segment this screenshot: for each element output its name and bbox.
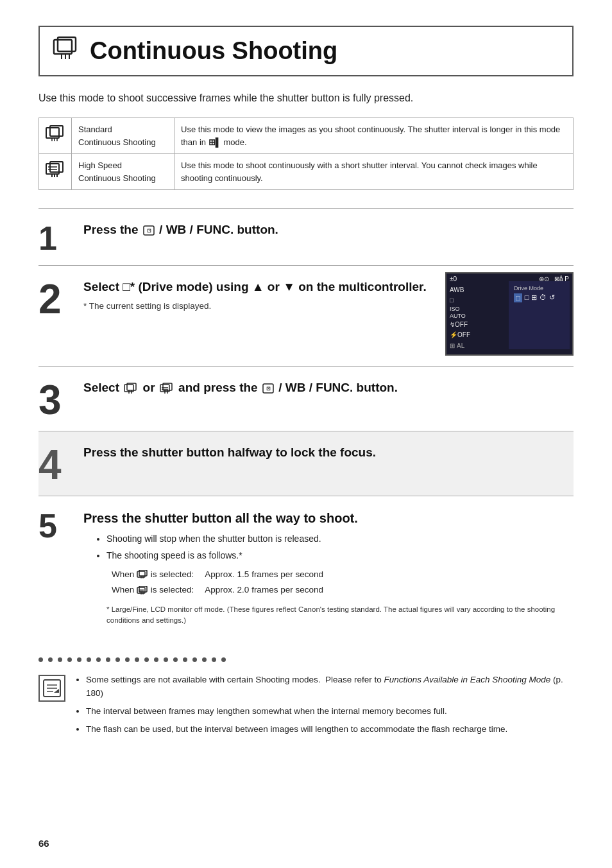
page-container: Continuous Shooting Use this mode to sho… xyxy=(0,0,612,868)
exposure-value: ±0 xyxy=(450,275,457,282)
drive-mode-icons: □ □ ⊞ ⏱ ↺ xyxy=(514,293,565,302)
dot xyxy=(125,657,130,662)
dot xyxy=(192,657,197,662)
step-1: 1 Press the ⊡ / WB / FUNC. button. xyxy=(38,208,574,265)
dot xyxy=(154,657,158,662)
note-italic-ref: Functions Available in Each Shooting Mod… xyxy=(384,675,551,684)
dot xyxy=(38,657,43,662)
camera-screen: ±0 ⊛⊙ ⊠å P AWB □ ISOAUTO ↯OFF ⚡OFF Drive… xyxy=(445,272,574,356)
note-2: The interval between frames may lengthen… xyxy=(86,705,574,718)
note-1: Some settings are not available with cer… xyxy=(86,673,574,700)
step-number-5: 5 xyxy=(38,507,83,542)
camera-left-col: AWB □ ISOAUTO ↯OFF ⚡OFF xyxy=(450,285,470,340)
svg-text:⊡: ⊡ xyxy=(266,386,270,392)
speed-row-1: When is selected: Approx. 1.5 frames per… xyxy=(108,568,327,582)
table-row: High SpeedContinuous Shooting Use this m… xyxy=(39,154,574,190)
svg-text:⊡: ⊡ xyxy=(146,228,151,234)
step-4: 4 Press the shutter button halfway to lo… xyxy=(38,431,574,496)
bullet-1: Shooting will stop when the shutter butt… xyxy=(106,532,574,546)
dot xyxy=(67,657,72,662)
step-2-content: ±0 ⊛⊙ ⊠å P AWB □ ISOAUTO ↯OFF ⚡OFF Drive… xyxy=(83,276,574,356)
speed-label-1: When is selected: xyxy=(108,568,198,582)
exp-comp: ↯OFF xyxy=(450,320,470,330)
speed-value-1: Approx. 1.5 frames per second xyxy=(199,568,327,582)
mode-desc-standard: Use this mode to view the images as you … xyxy=(174,118,574,154)
dot xyxy=(135,657,139,662)
wb-indicator: AWB xyxy=(450,285,470,295)
step-number-3: 3 xyxy=(38,377,83,421)
dot xyxy=(144,657,149,662)
dot xyxy=(221,657,226,662)
page-header: Continuous Shooting xyxy=(38,26,574,76)
mode-icon-standard xyxy=(39,118,72,154)
bullet-2: The shooting speed is as follows.* When … xyxy=(106,549,574,626)
step-5-content: Press the shutter button all the way to … xyxy=(83,507,574,629)
mode-name-highspeed: High SpeedContinuous Shooting xyxy=(72,154,174,190)
drive-icon-3: ⊞ xyxy=(531,293,537,302)
step-number-2: 2 xyxy=(38,276,83,320)
dot xyxy=(58,657,62,662)
svg-marker-45 xyxy=(54,689,59,693)
drive-icon-1: □ xyxy=(514,293,522,302)
dot xyxy=(164,657,168,662)
step-2: 2 ±0 ⊛⊙ ⊠å P AWB □ ISOAUTO ↯OFF ⚡OFF Dri… xyxy=(38,265,574,366)
step-3-content: Select or and press the ⊡ / WB / FUNC. b… xyxy=(83,377,574,402)
dot xyxy=(87,657,91,662)
step-5-bullets: Shooting will stop when the shutter butt… xyxy=(95,532,574,626)
step-1-content: Press the ⊡ / WB / FUNC. button. xyxy=(83,219,574,244)
step-3: 3 Select or and press the ⊡ / WB / FUNC.… xyxy=(38,366,574,431)
step-number-4: 4 xyxy=(38,442,83,485)
drive-mode-label: Drive Mode xyxy=(514,285,565,291)
note-bullets: Some settings are not available with cer… xyxy=(74,673,574,741)
dot xyxy=(115,657,120,662)
step-4-title: Press the shutter button halfway to lock… xyxy=(83,444,574,462)
drive-icon-2: □ xyxy=(525,293,529,302)
dots-separator xyxy=(38,657,574,662)
mode-desc-highspeed: Use this mode to shoot continuously with… xyxy=(174,154,574,190)
flash-comp: ⚡OFF xyxy=(450,330,470,340)
speed-footnote: * Large/Fine, LCD monitor off mode. (The… xyxy=(106,604,574,627)
step-4-content: Press the shutter button halfway to lock… xyxy=(83,442,574,467)
mode-icon-highspeed xyxy=(39,154,72,190)
dot xyxy=(77,657,81,662)
speed-value-2: Approx. 2.0 frames per second xyxy=(199,583,327,597)
speed-row-2: When is selected: Approx. 2.0 frames per… xyxy=(108,583,327,597)
mode-name-standard: StandardContinuous Shooting xyxy=(72,118,174,154)
speed-table: When is selected: Approx. 1.5 frames per… xyxy=(106,566,328,599)
iso-indicator: ISOAUTO xyxy=(450,306,470,320)
dot xyxy=(212,657,216,662)
step-3-title: Select or and press the ⊡ / WB / FUNC. b… xyxy=(83,379,574,397)
step-5-title: Press the shutter button all the way to … xyxy=(83,509,574,527)
step-1-title: Press the ⊡ / WB / FUNC. button. xyxy=(83,221,574,239)
dot xyxy=(173,657,178,662)
dot xyxy=(48,657,53,662)
page-number: 66 xyxy=(38,838,49,849)
page-title: Continuous Shooting xyxy=(90,37,337,65)
note-section: Some settings are not available with cer… xyxy=(38,673,574,741)
dot xyxy=(96,657,101,662)
drive-indicator: □ xyxy=(450,295,470,306)
table-row: StandardContinuous Shooting Use this mod… xyxy=(39,118,574,154)
header-camera-icon xyxy=(53,36,81,66)
dot xyxy=(202,657,207,662)
dot xyxy=(183,657,187,662)
bottom-left-value: ⊞AL xyxy=(450,342,464,349)
speed-label-2: When is selected: xyxy=(108,583,198,597)
step-5: 5 Press the shutter button all the way t… xyxy=(38,496,574,639)
intro-text: Use this mode to shoot successive frames… xyxy=(38,91,574,106)
mode-table: StandardContinuous Shooting Use this mod… xyxy=(38,117,574,190)
camera-right-panel: Drive Mode □ □ ⊞ ⏱ ↺ xyxy=(509,281,570,349)
note-icon xyxy=(38,675,65,702)
drive-icon-5: ↺ xyxy=(549,293,555,302)
note-3: The flash can be used, but the interval … xyxy=(86,723,574,736)
drive-icon-4: ⏱ xyxy=(540,293,547,302)
dot xyxy=(106,657,110,662)
step-number-1: 1 xyxy=(38,219,83,255)
